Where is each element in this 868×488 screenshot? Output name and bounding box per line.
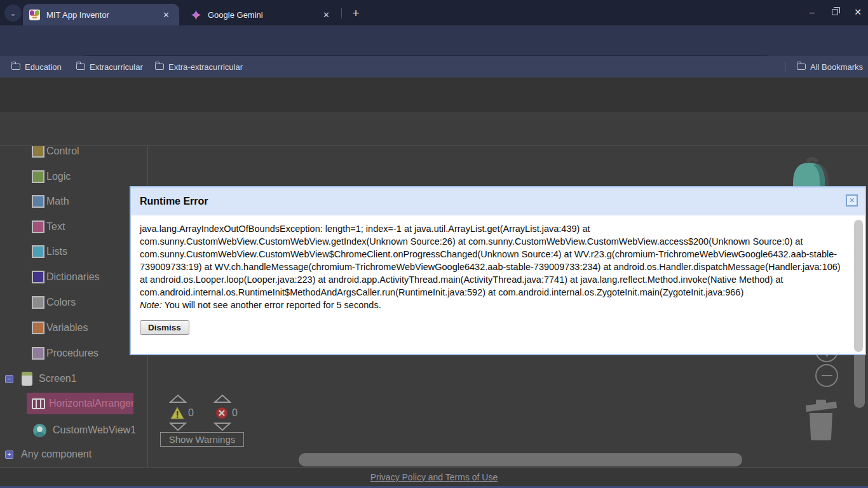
warning-indicator[interactable]: 0 <box>170 407 194 419</box>
folder-icon <box>797 64 806 70</box>
palette-label: Procedures <box>46 348 98 359</box>
appinventor-header: MIT APP INVENTOR Projects ▾ Connect ▾ Bu… <box>0 78 868 112</box>
palette-label: Colors <box>46 297 76 308</box>
procedures-color-swatch <box>32 347 44 360</box>
tree-label: Any component <box>21 449 92 460</box>
zoom-out-button[interactable] <box>815 364 838 387</box>
dialog-header: Runtime Error ✕ <box>131 187 865 215</box>
browser-tabstrip: ⌄ MIT App Inventor ✕ Google Gemini ✕ <box>0 0 868 25</box>
bookmarks-bar: Education Extracurricular Extra-extracur… <box>0 56 868 78</box>
browser-toolbar: ← ↻ ⌂ ai2.appinventor.mit.edu/#559776888… <box>0 25 868 56</box>
runtime-error-dialog: Runtime Error ✕ java.lang.ArrayIndexOutO… <box>130 186 866 355</box>
errors-nav-up-icon[interactable] <box>214 394 231 403</box>
errors-nav-down-icon[interactable] <box>214 422 231 431</box>
tree-item-screen1[interactable]: − Screen1 <box>0 366 148 391</box>
palette-item-variables[interactable]: Variables <box>0 315 148 341</box>
tab-close-icon[interactable]: ✕ <box>320 9 333 21</box>
collapse-icon[interactable]: − <box>5 375 13 383</box>
palette-item-dictionaries[interactable]: Dictionaries <box>0 264 148 290</box>
tree-label: HorizontalArrangement1 <box>49 398 133 409</box>
trash-icon[interactable] <box>802 399 840 441</box>
math-color-swatch <box>32 195 44 208</box>
all-bookmarks-label: All Bookmarks <box>810 62 863 72</box>
control-color-swatch <box>32 146 44 158</box>
window-restore-button[interactable] <box>825 4 845 20</box>
bookmark-label: Education <box>25 62 62 72</box>
blocks-palette: Control Logic Math Text Lists Dictionari… <box>0 146 148 467</box>
window-minimize-button[interactable]: – <box>802 4 822 20</box>
appinventor-favicon <box>29 10 40 20</box>
window-close-button[interactable]: ✕ <box>848 4 868 20</box>
selected-highlight: HorizontalArrangement1 <box>27 393 133 414</box>
text-color-swatch <box>32 220 44 233</box>
note-text: You will not see another error reported … <box>162 300 381 310</box>
tab-search-chevron-icon[interactable]: ⌄ <box>4 4 22 22</box>
privacy-terms-link[interactable]: Privacy Policy and Terms of Use <box>370 472 498 482</box>
expand-icon[interactable]: + <box>5 451 13 459</box>
dismiss-button[interactable]: Dismiss <box>140 320 189 335</box>
logic-color-swatch <box>32 170 44 183</box>
warnings-nav-up-icon[interactable] <box>169 394 187 403</box>
folder-icon <box>76 64 85 70</box>
palette-label: Variables <box>46 322 88 334</box>
tree-item-horizontalarrangement1[interactable]: HorizontalArrangement1 <box>0 393 148 418</box>
dialog-title: Runtime Error <box>140 196 208 207</box>
horizontal-arrangement-icon <box>32 398 45 409</box>
new-tab-button[interactable]: + <box>348 6 363 21</box>
palette-item-colors[interactable]: Colors <box>0 290 148 315</box>
tree-item-any-component[interactable]: + Any component <box>0 442 148 467</box>
variables-color-swatch <box>32 322 44 334</box>
bookmark-label: Extra-extracurricular <box>168 62 243 72</box>
palette-item-logic[interactable]: Logic <box>0 164 148 189</box>
tree-label: Screen1 <box>39 373 77 384</box>
palette-item-procedures[interactable]: Procedures <box>0 341 148 366</box>
all-bookmarks-button[interactable]: All Bookmarks <box>793 59 867 74</box>
tab-title: MIT App Inventor <box>46 10 159 20</box>
bookmark-label: Extracurricular <box>90 62 143 72</box>
palette-label: Math <box>46 196 69 207</box>
dictionaries-color-swatch <box>32 271 44 283</box>
palette-item-math[interactable]: Math <box>0 189 148 214</box>
tab-divider <box>341 8 342 18</box>
lists-color-swatch <box>32 245 44 258</box>
palette-label: Lists <box>46 246 67 257</box>
bookmark-extracurricular[interactable]: Extracurricular <box>72 59 147 74</box>
tab-mit-app-inventor[interactable]: MIT App Inventor ✕ <box>23 4 179 25</box>
warnings-nav-down-icon[interactable] <box>169 422 187 431</box>
tab-google-gemini[interactable]: Google Gemini ✕ <box>184 4 339 25</box>
tree-item-customwebview1[interactable]: CustomWebView1 <box>0 417 148 443</box>
warning-triangle-icon <box>170 407 184 419</box>
customwebview-icon <box>33 424 46 437</box>
bookmark-extra-extracurricular[interactable]: Extra-extracurricular <box>151 59 247 74</box>
palette-label: Text <box>46 221 65 233</box>
bookmark-education[interactable]: Education <box>8 59 65 74</box>
dialog-close-icon[interactable]: ✕ <box>846 194 858 207</box>
folder-icon <box>11 64 20 70</box>
error-count: 0 <box>232 407 238 419</box>
palette-label: Logic <box>46 171 71 182</box>
screen-icon <box>22 372 32 386</box>
horizontal-scrollbar[interactable] <box>299 453 742 466</box>
folder-icon <box>155 64 164 70</box>
restore-icon <box>832 9 838 15</box>
show-warnings-button[interactable]: Show Warnings <box>160 432 244 447</box>
palette-label: Control <box>46 146 79 157</box>
dialog-body: java.lang.ArrayIndexOutOfBoundsException… <box>131 215 865 335</box>
page-footer: Privacy Policy and Terms of Use <box>0 467 868 486</box>
screen: ⌄ MIT App Inventor ✕ Google Gemini ✕ <box>0 0 868 488</box>
project-toolbar: ← browser Screens: Screen1 ▾ + − ⚙ ⚙ <box>0 112 868 146</box>
note-label: Note: <box>140 300 162 310</box>
warning-count: 0 <box>188 407 194 419</box>
palette-item-text[interactable]: Text <box>0 214 148 240</box>
dialog-scrollbar[interactable] <box>854 220 863 352</box>
palette-item-lists[interactable]: Lists <box>0 239 148 264</box>
palette-label: Dictionaries <box>46 271 100 283</box>
gemini-favicon <box>191 10 201 20</box>
error-indicator[interactable]: 0 <box>215 407 238 419</box>
colors-color-swatch <box>32 296 44 309</box>
error-stack-text: java.lang.ArrayIndexOutOfBoundsException… <box>140 224 841 297</box>
error-cross-icon <box>215 407 228 419</box>
tab-close-icon[interactable]: ✕ <box>159 9 173 21</box>
palette-item-control[interactable]: Control <box>0 146 148 164</box>
bookmarks-divider <box>785 61 786 72</box>
